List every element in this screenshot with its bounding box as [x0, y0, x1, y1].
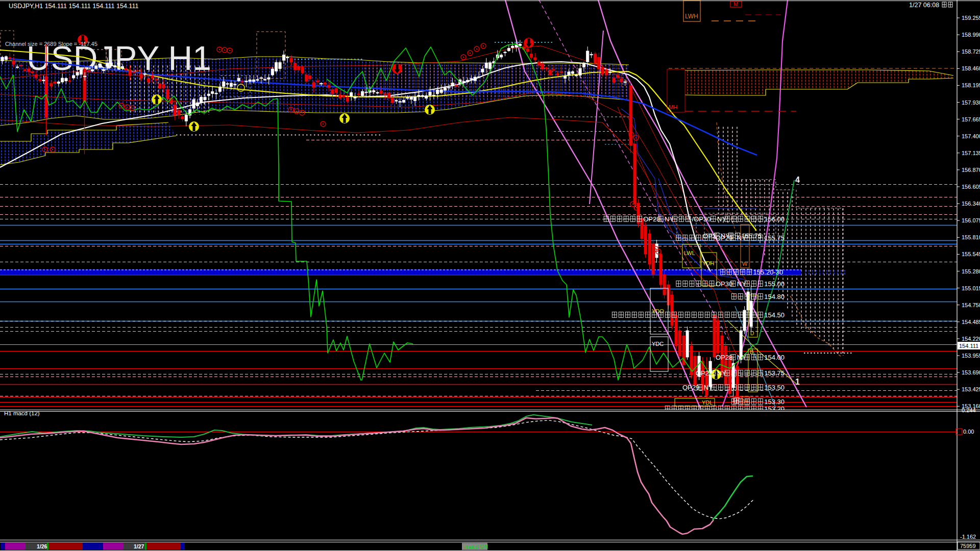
svg-text:USDJPY,H1 154.111 154.111 154: USDJPY,H1 154.111 154.111 154.111 154.11… [9, 3, 138, 10]
svg-text:157.930: 157.930 [962, 99, 980, 106]
svg-text:156.605: 156.605 [962, 184, 980, 190]
svg-text:LWL: LWL [684, 250, 695, 256]
svg-text:158.195: 158.195 [962, 82, 980, 88]
svg-text:1: 1 [795, 378, 800, 386]
svg-text:153.425: 153.425 [962, 386, 980, 392]
svg-text:0.00: 0.00 [963, 429, 974, 435]
svg-text:1/26: 1/26 [37, 543, 47, 549]
svg-text:MH: MH [669, 104, 677, 110]
svg-text:155.545: 155.545 [962, 251, 980, 257]
svg-text:153.75: 153.75 [764, 369, 785, 377]
svg-text:Channel size = 2689 Slope = -1: Channel size = 2689 Slope = -117.45 [5, 41, 97, 47]
svg-text:157.665: 157.665 [962, 116, 980, 122]
svg-text:LWH: LWH [685, 13, 698, 20]
svg-text:OP3: OP3 [703, 232, 716, 240]
svg-text:OP30: OP30 [716, 280, 732, 288]
svg-text:OP29: OP29 [682, 384, 699, 391]
svg-text:W: W [742, 261, 748, 267]
svg-text:156.075: 156.075 [962, 217, 980, 223]
svg-text:153.30: 153.30 [764, 398, 785, 406]
svg-text:M: M [733, 1, 738, 7]
svg-text:155.280: 155.280 [962, 268, 980, 274]
svg-text:158.460: 158.460 [962, 65, 980, 71]
svg-text:1/27: 1/27 [134, 543, 144, 549]
svg-text:154.50: 154.50 [764, 311, 785, 319]
svg-text:158.725: 158.725 [962, 48, 980, 55]
svg-text:154.80: 154.80 [764, 293, 785, 300]
svg-text:156.340: 156.340 [962, 201, 980, 207]
svg-text:154.00: 154.00 [764, 354, 785, 361]
svg-text:154.111: 154.111 [959, 343, 978, 349]
svg-text:OP27: OP27 [696, 369, 713, 377]
svg-text:155.810: 155.810 [962, 234, 980, 240]
svg-text:155.75: 155.75 [764, 234, 785, 242]
svg-text:-1.162: -1.162 [960, 534, 976, 540]
svg-text:YDO: YDO [652, 308, 664, 314]
svg-text:YDC: YDC [652, 341, 664, 347]
svg-text:OP28: OP28 [643, 215, 660, 223]
svg-text:156.870: 156.870 [962, 167, 980, 173]
svg-text:153.50: 153.50 [764, 384, 785, 391]
svg-text:154.750: 154.750 [962, 302, 980, 308]
svg-text:OP28: OP28 [716, 354, 732, 361]
svg-text:/OP30: /OP30 [692, 215, 711, 223]
svg-text:155.20-30: 155.20-30 [753, 268, 783, 276]
svg-text:155.00: 155.00 [764, 280, 785, 288]
svg-text:157.400: 157.400 [962, 133, 980, 139]
svg-text:75959: 75959 [960, 543, 976, 549]
svg-text:macd ON: macd ON [464, 543, 488, 549]
svg-text:D: D [750, 331, 754, 336]
svg-text:153.690: 153.690 [962, 369, 980, 375]
svg-text:YDL: YDL [702, 399, 713, 406]
svg-text:155.015: 155.015 [962, 285, 980, 291]
svg-text:154.485: 154.485 [962, 319, 980, 325]
svg-text:156.00: 156.00 [764, 215, 785, 223]
svg-text:YDH: YDH [702, 260, 714, 266]
svg-text:155.75: 155.75 [741, 232, 762, 240]
svg-text:154.220: 154.220 [962, 336, 980, 342]
svg-text:159.255: 159.255 [962, 15, 980, 21]
svg-text:153.955: 153.955 [962, 353, 980, 359]
svg-text:158.990: 158.990 [962, 32, 980, 38]
svg-text:4: 4 [795, 176, 800, 184]
svg-text:1/27 06:08: 1/27 06:08 [909, 2, 939, 9]
svg-text:157.135: 157.135 [962, 150, 980, 156]
svg-text:H1 macd (12): H1 macd (12) [4, 410, 40, 416]
